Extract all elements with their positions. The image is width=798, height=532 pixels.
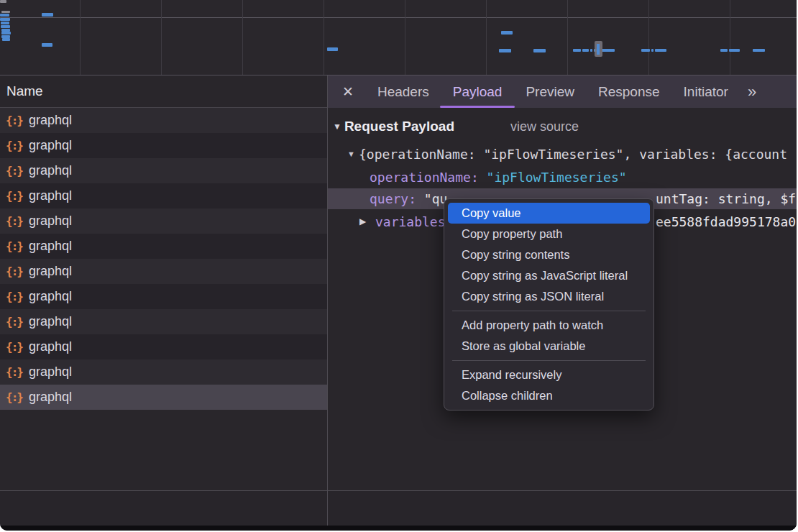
request-name: graphql <box>29 138 72 153</box>
tab-payload[interactable]: Payload <box>453 75 503 108</box>
waterfall-bar <box>720 49 728 52</box>
request-name: graphql <box>29 289 72 304</box>
tab-headers[interactable]: Headers <box>377 75 429 108</box>
request-row[interactable]: {:}graphql <box>0 108 327 133</box>
json-file-icon: {:} <box>6 239 22 253</box>
view-source-link[interactable]: view source <box>510 119 579 134</box>
request-name: graphql <box>29 214 72 229</box>
menu-item-copy-string-as-json-literal[interactable]: Copy string as JSON literal <box>444 286 653 307</box>
waterfall-bar <box>573 49 581 52</box>
payload-root-row[interactable]: ▼ {operationName: "ipFlowTimeseries", va… <box>328 144 797 165</box>
waterfall-bar <box>2 38 10 41</box>
json-file-icon: {:} <box>6 265 22 278</box>
overview-vertical-gridline <box>161 0 162 75</box>
waterfall-bar <box>1 32 11 35</box>
request-row[interactable]: {:}graphql <box>0 234 327 259</box>
menu-item-store-as-global-variable[interactable]: Store as global variable <box>444 336 653 357</box>
tab-initiator[interactable]: Initiator <box>684 75 728 108</box>
waterfall-bar <box>729 49 740 52</box>
menu-item-copy-string-contents[interactable]: Copy string contents <box>444 244 653 265</box>
request-name: graphql <box>29 390 72 405</box>
menu-item-expand-recursively[interactable]: Expand recursively <box>444 364 653 385</box>
request-row[interactable]: {:}graphql <box>0 158 327 183</box>
status-footer <box>0 490 797 526</box>
request-name: graphql <box>29 264 72 279</box>
detail-tabs: HeadersPayloadPreviewResponseInitiator <box>354 75 728 108</box>
name-column-label: Name <box>6 83 43 99</box>
request-row[interactable]: {:}graphql <box>0 334 327 359</box>
request-list-panel: Name {:}graphql{:}graphql{:}graphql{:}gr… <box>0 75 328 490</box>
request-row[interactable]: {:}graphql <box>0 359 327 385</box>
payload-root-preview: {operationName: "ipFlowTimeseries", vari… <box>359 144 787 165</box>
tab-preview[interactable]: Preview <box>526 75 574 108</box>
waterfall-bar <box>602 49 615 52</box>
property-key: query: <box>370 191 416 206</box>
request-name: graphql <box>29 364 72 380</box>
waterfall-bar <box>753 49 765 52</box>
property-value: "qu <box>416 191 447 206</box>
waterfall-bar <box>655 49 666 52</box>
property-key: operationName: <box>370 170 479 185</box>
json-file-icon: {:} <box>6 139 22 152</box>
menu-item-add-property-path-to-watch[interactable]: Add property path to watch <box>444 315 653 336</box>
json-file-icon: {:} <box>6 390 22 404</box>
json-file-icon: {:} <box>6 340 22 354</box>
collapse-triangle-icon[interactable]: ▼ <box>347 144 355 165</box>
overview-vertical-gridline <box>486 0 487 75</box>
menu-item-collapse-children[interactable]: Collapse children <box>444 385 653 406</box>
payload-operationname-row[interactable]: operationName: "ipFlowTimeseries" <box>328 167 797 188</box>
overview-vertical-gridline <box>80 0 81 75</box>
menu-item-copy-string-as-javascript-literal[interactable]: Copy string as JavaScript literal <box>444 265 653 286</box>
request-row[interactable]: {:}graphql <box>0 309 327 334</box>
property-key: variables <box>375 214 446 229</box>
request-payload-section-header[interactable]: ▼ Request Payload <box>333 119 454 134</box>
request-name: graphql <box>29 188 72 203</box>
menu-item-copy-value[interactable]: Copy value <box>448 203 650 224</box>
request-name: graphql <box>29 163 72 178</box>
name-column-header[interactable]: Name <box>0 75 327 108</box>
json-file-icon: {:} <box>6 214 22 228</box>
menu-separator <box>452 360 646 361</box>
waterfall-bar <box>327 47 338 51</box>
waterfall-bar <box>533 49 546 52</box>
waterfall-bar <box>1 11 10 13</box>
close-icon[interactable]: ✕ <box>342 83 354 100</box>
waterfall-bar <box>0 0 6 3</box>
overview-vertical-gridline <box>567 0 568 75</box>
request-row[interactable]: {:}graphql <box>0 133 327 158</box>
query-value-fragment: untTag: string, $f <box>656 188 796 209</box>
waterfall-bar <box>1 22 9 24</box>
request-row[interactable]: {:}graphql <box>0 183 327 208</box>
tab-response[interactable]: Response <box>598 75 660 108</box>
overview-vertical-gridline <box>730 0 730 75</box>
request-name: graphql <box>29 339 72 354</box>
request-row[interactable]: {:}graphql <box>0 208 327 234</box>
expand-triangle-icon[interactable]: ▶ <box>359 211 366 232</box>
devtools-window: Name {:}graphql{:}graphql{:}graphql{:}gr… <box>0 0 797 531</box>
section-title: Request Payload <box>344 119 454 134</box>
json-file-icon: {:} <box>6 315 22 329</box>
waterfall-bar <box>42 13 53 17</box>
json-file-icon: {:} <box>6 164 22 178</box>
property-value: "ipFlowTimeseries" <box>479 170 627 185</box>
waterfall-bar <box>42 43 52 47</box>
bottom-dark-bar <box>0 526 797 531</box>
json-file-icon: {:} <box>6 365 22 379</box>
waterfall-bar <box>590 49 592 52</box>
request-name: graphql <box>29 239 72 254</box>
waterfall-bar <box>501 31 513 35</box>
request-name: graphql <box>29 314 72 329</box>
context-menu: Copy valueCopy property pathCopy string … <box>444 198 654 411</box>
request-row[interactable]: {:}graphql <box>0 385 327 410</box>
collapse-triangle-icon[interactable]: ▼ <box>333 121 341 132</box>
menu-item-copy-property-path[interactable]: Copy property path <box>444 224 653 244</box>
selected-request-tick <box>597 44 600 55</box>
detail-tabbar: ✕ HeadersPayloadPreviewResponseInitiator… <box>328 75 797 108</box>
more-tabs-icon[interactable]: » <box>748 83 755 101</box>
variables-value-fragment: ee5588fdad995178a0 <box>656 211 796 232</box>
json-file-icon: {:} <box>6 290 22 303</box>
network-overview-timeline[interactable] <box>0 0 797 75</box>
overview-vertical-gridline <box>242 0 243 75</box>
request-row[interactable]: {:}graphql <box>0 259 327 284</box>
request-row[interactable]: {:}graphql <box>0 284 327 309</box>
